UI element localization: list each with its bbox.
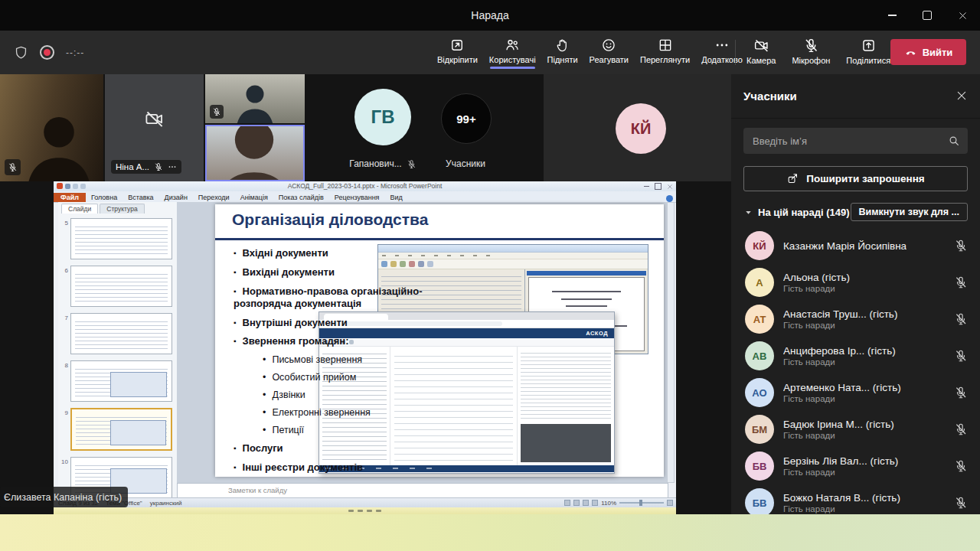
ppt-tab-design: Дизайн xyxy=(159,193,193,202)
toolbar-view-button[interactable]: Переглянути xyxy=(638,36,692,69)
slide-sub-bullet: Дзвінки xyxy=(263,390,436,401)
shared-desktop-taskbar-sliver xyxy=(54,507,676,514)
close-button[interactable] xyxy=(945,0,980,31)
thumbnail-number: 6 xyxy=(60,266,68,307)
share-invite-button[interactable]: Поширити запрошення xyxy=(743,166,968,191)
screen-share-stage[interactable]: АСКОД_Full_2023-03-14.pptx - Microsoft P… xyxy=(0,181,731,514)
ppt-view-reading-icon xyxy=(583,500,589,506)
mic-off-icon[interactable] xyxy=(954,422,968,436)
participant-row[interactable]: АТ Анастасія Труш... (гість)Гість наради xyxy=(731,301,980,337)
video-tile-nina[interactable]: Ніна А... xyxy=(105,74,204,181)
video-tile-participant-1[interactable] xyxy=(0,74,103,181)
participant-row[interactable]: А Альона (гість)Гість наради xyxy=(731,264,980,301)
slide-title: Організація діловодства xyxy=(232,210,428,229)
muted-chip xyxy=(210,105,224,119)
avatar: КЙ xyxy=(616,103,666,154)
askod-preview-block xyxy=(521,424,611,462)
participant-name: Анциферова Ір... (гість) xyxy=(783,345,896,357)
view-grid-icon xyxy=(658,37,673,53)
participant-search[interactable] xyxy=(743,128,968,154)
slide-bullet: Внутрішні документи xyxy=(234,317,436,329)
avatar: БВ xyxy=(745,452,774,481)
toolbar-more-button[interactable]: Додатково xyxy=(699,36,745,69)
slide-title-rule xyxy=(215,238,664,240)
ppt-status-bar: Слайд 9 из 32 Тема "Office" украинский 1… xyxy=(54,497,676,507)
thumbnail-number: 8 xyxy=(60,360,68,402)
ppt-tab-transitions: Переходи xyxy=(193,193,235,202)
toolbar-label: Переглянути xyxy=(640,55,690,64)
slide-bullet: Нормативно-правова організаційно-розпоря… xyxy=(234,285,436,311)
mic-off-icon xyxy=(803,37,819,54)
panel-divider xyxy=(731,118,980,119)
windows-taskbar: 13°C Mostly cloudy M 808 2 xyxy=(0,514,980,551)
avatar[interactable]: ГВ xyxy=(354,89,411,145)
collapse-triangle-icon[interactable] xyxy=(743,207,753,217)
video-tile-ky[interactable]: КЙ xyxy=(544,74,731,181)
mute-all-button[interactable]: Вимкнути звук для ... xyxy=(851,203,968,221)
mic-off-icon xyxy=(407,159,416,169)
mic-off-icon[interactable] xyxy=(954,312,968,326)
askod-logo-text: АСКОД xyxy=(586,330,608,337)
slide-bullet: Вихідні документи xyxy=(234,266,436,279)
toolbar-separator xyxy=(735,40,736,65)
share-screen-button[interactable]: Поділитися xyxy=(844,36,893,70)
mic-off-icon xyxy=(8,162,18,172)
leave-button[interactable]: Вийти xyxy=(890,39,966,65)
slide-thumbnail xyxy=(70,313,172,354)
mic-off-icon[interactable] xyxy=(954,496,968,510)
participant-name: Анастасія Труш... (гість) xyxy=(783,308,897,320)
window-title: Нарада xyxy=(471,0,508,31)
mic-off-icon[interactable] xyxy=(954,386,968,399)
avatar: АО xyxy=(745,378,774,407)
close-panel-icon[interactable] xyxy=(956,90,968,102)
camera-toggle-button[interactable]: Камера xyxy=(744,36,778,70)
video-tile-active-speaker[interactable] xyxy=(205,125,305,181)
ppt-tab-slideshow: Показ слайдів xyxy=(273,193,329,202)
search-input[interactable] xyxy=(751,135,948,148)
mic-toggle-button[interactable]: Мікрофон xyxy=(789,36,832,70)
participant-name: Казанжи Марія Йосипівна xyxy=(783,240,906,252)
ppt-view-sorter-icon xyxy=(573,500,580,506)
meeting-timer: --:-- xyxy=(66,47,84,58)
participant-row[interactable]: БВ Берзінь Лія Вал... (гість)Гість нарад… xyxy=(731,448,980,484)
ppt-zoom-slider xyxy=(619,502,664,504)
mic-off-icon[interactable] xyxy=(954,459,968,473)
participant-name: Артеменко Ната... (гість) xyxy=(783,382,901,393)
unpin-icon xyxy=(449,37,465,53)
toolbar-label: Реагувати xyxy=(590,55,629,64)
meeting-status-cluster: --:-- xyxy=(14,31,84,74)
ppt-ribbon-tabs: Файл Головна Вставка Дизайн Переходи Ані… xyxy=(54,191,676,203)
avatar: АВ xyxy=(745,341,774,370)
participant-row[interactable]: КЙ Казанжи Марія Йосипівна xyxy=(731,227,980,264)
presenter-name-overlay: Єлизавета Капаніна (гість) xyxy=(0,487,128,507)
mic-off-icon[interactable] xyxy=(954,239,968,253)
participant-row[interactable]: БМ Бадюк Ірина М... (гість)Гість наради xyxy=(731,411,980,448)
ppt-zoom-level: 110% xyxy=(601,500,616,507)
search-icon[interactable] xyxy=(948,135,960,147)
mic-off-icon[interactable] xyxy=(954,276,968,289)
ppt-tab-insert: Вставка xyxy=(122,193,158,202)
overflow-count-badge[interactable]: 99+ xyxy=(441,93,492,144)
toolbar-raise-hand-button[interactable]: Підняти xyxy=(545,36,580,69)
current-slide: Організація діловодства Вхідні документи… xyxy=(215,204,664,477)
participant-row[interactable]: АВ Анциферова Ір... (гість)Гість наради xyxy=(731,337,980,374)
participant-name: Гапанович... xyxy=(349,158,401,169)
ppt-pane-tab-outline: Структура xyxy=(100,204,144,214)
toolbar-participants-button[interactable]: Користувачі xyxy=(487,36,538,69)
maximize-button[interactable] xyxy=(910,0,945,31)
mic-off-icon[interactable] xyxy=(954,349,968,363)
participant-role: Гість наради xyxy=(783,504,900,514)
ppt-tab-file: Файл xyxy=(54,193,86,202)
toolbar-react-button[interactable]: Реагувати xyxy=(587,36,631,69)
slide-thumbnail-current xyxy=(70,408,172,451)
toolbar-label: Підняти xyxy=(547,55,578,64)
participant-row[interactable]: АО Артеменко Ната... (гість)Гість наради xyxy=(731,374,980,411)
toolbar-unpin-button[interactable]: Відкріпити xyxy=(435,36,480,69)
security-shield-icon[interactable] xyxy=(14,45,28,60)
video-tile-participant-3[interactable] xyxy=(205,74,305,123)
minimize-button[interactable] xyxy=(874,0,910,31)
more-options-icon[interactable] xyxy=(168,162,177,171)
participant-row[interactable]: БВ Божко Наталя В... (гість)Гість наради xyxy=(731,484,980,514)
person-silhouette xyxy=(230,82,279,123)
slide-thumbnail xyxy=(70,360,172,402)
